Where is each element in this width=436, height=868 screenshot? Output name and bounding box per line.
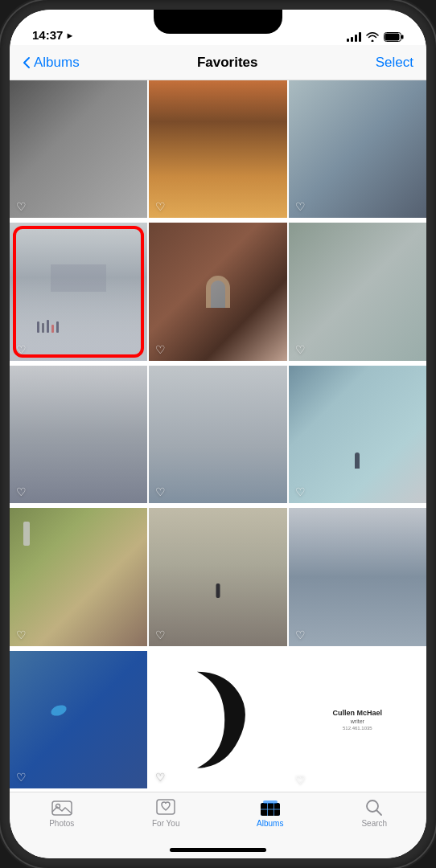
heart-icon-7: ♡: [16, 485, 27, 498]
svg-rect-8: [263, 800, 278, 804]
svg-line-13: [377, 811, 382, 816]
wifi-icon: [366, 32, 379, 42]
heart-icon-15: ♡: [295, 773, 306, 786]
photo-4-detail: [10, 223, 147, 360]
photo-cell-12[interactable]: ♡: [289, 508, 426, 645]
svg-rect-5: [157, 800, 175, 814]
blue-object: [50, 703, 68, 718]
status-time: 14:37 ►: [32, 28, 74, 42]
home-indicator: [170, 848, 266, 852]
biz-phone: 512.461.1035: [343, 726, 372, 731]
photo-cell-4[interactable]: ♡: [10, 223, 147, 360]
biz-card: Cullen McHael writer 512.461.1035: [289, 651, 426, 788]
biz-name: Cullen McHael: [333, 709, 383, 717]
signal-bar-4: [359, 32, 361, 42]
photo-cell-13[interactable]: ♡: [10, 651, 147, 788]
tab-search[interactable]: Search: [323, 799, 427, 828]
tab-for-you[interactable]: For You: [114, 799, 219, 828]
heart-icon-10: ♡: [16, 628, 27, 641]
for-you-tab-label: For You: [152, 819, 179, 828]
back-label: Albums: [34, 55, 80, 71]
screen: 14:37 ►: [10, 10, 426, 858]
heart-icon-14: ♡: [155, 771, 166, 784]
photo-grid: ♡ ♡ ♡: [10, 80, 426, 792]
albums-tab-icon: [260, 799, 281, 817]
for-you-tab-icon: [155, 799, 176, 817]
photo-cell-14[interactable]: ♡: [149, 651, 286, 788]
search-tab-icon: [365, 799, 383, 817]
heart-icon-12: ♡: [295, 628, 306, 641]
search-tab-label: Search: [361, 819, 387, 828]
signal-bar-2: [351, 37, 353, 42]
photo-cell-11[interactable]: ♡: [149, 508, 286, 645]
photo-5-detail: [149, 223, 286, 360]
svg-rect-2: [385, 34, 400, 41]
lighthouse: [23, 522, 30, 546]
moon-svg-1: [149, 651, 286, 788]
photo-cell-15-16[interactable]: Cullen McHael writer 512.461.1035 ♡: [289, 651, 426, 788]
photo-cell-7[interactable]: ♡: [10, 366, 147, 503]
signal-bars: [347, 32, 361, 42]
tab-photos[interactable]: Photos: [10, 799, 114, 828]
select-button[interactable]: Select: [376, 55, 413, 71]
photo-cell-5[interactable]: ♡: [149, 223, 286, 360]
back-chevron-icon: [23, 56, 31, 69]
photo-cell-3[interactable]: ♡: [289, 80, 426, 218]
heart-icon-5: ♡: [155, 343, 166, 356]
location-icon: ►: [65, 31, 74, 40]
heart-icon-2: ♡: [155, 200, 166, 213]
time-label: 14:37: [32, 28, 63, 42]
status-icons: [347, 32, 404, 42]
photo-cell-2[interactable]: ♡: [149, 80, 286, 218]
heart-icon-4: ♡: [16, 343, 27, 356]
tab-albums[interactable]: Albums: [218, 799, 323, 828]
notch: [154, 10, 282, 34]
phone-frame: 14:37 ►: [0, 0, 436, 868]
heart-icon-6: ♡: [295, 343, 306, 356]
battery-icon: [384, 32, 404, 42]
albums-tab-label: Albums: [257, 819, 283, 828]
photo-cell-6[interactable]: ♡: [289, 223, 426, 360]
svg-rect-1: [401, 35, 404, 39]
heart-icon-3: ♡: [295, 200, 306, 213]
heart-icon-1: ♡: [16, 200, 27, 213]
heart-icon-13: ♡: [16, 771, 27, 784]
photo-cell-8[interactable]: ♡: [149, 366, 286, 503]
photos-tab-label: Photos: [49, 819, 74, 828]
highlight-ring-4: [13, 226, 144, 357]
nav-title: Favorites: [197, 55, 258, 71]
photos-tab-icon: [51, 799, 72, 817]
photo-cell-1[interactable]: ♡: [10, 80, 147, 218]
back-button[interactable]: Albums: [23, 55, 80, 71]
photo-cell-9[interactable]: ♡: [289, 366, 426, 503]
heart-icon-8: ♡: [155, 485, 166, 498]
person-silhouette: [216, 583, 220, 598]
signal-bar-1: [347, 39, 349, 42]
photo-cell-10[interactable]: ♡: [10, 508, 147, 645]
heart-icon-9: ♡: [295, 485, 306, 498]
photo-9-silhouette: [355, 452, 360, 469]
phone-inner: 14:37 ►: [10, 10, 426, 858]
signal-bar-3: [355, 35, 357, 42]
biz-title: writer: [351, 719, 364, 724]
heart-icon-11: ♡: [155, 628, 166, 641]
nav-bar: Albums Favorites Select: [10, 45, 426, 80]
